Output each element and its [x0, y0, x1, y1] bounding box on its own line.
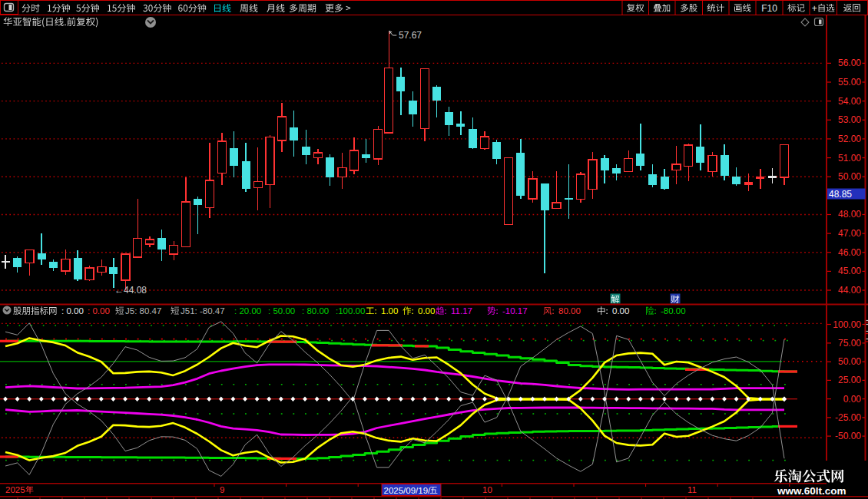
svg-text:11.17: 11.17	[451, 306, 472, 316]
svg-text:www.60lt.com: www.60lt.com	[777, 485, 846, 497]
svg-text:44.00: 44.00	[838, 285, 861, 296]
svg-text:45.00: 45.00	[838, 266, 861, 276]
svg-text:80.00: 80.00	[558, 306, 581, 316]
svg-text:25.00: 25.00	[838, 375, 861, 385]
svg-text:J5: 80.47: J5: 80.47	[125, 306, 161, 316]
svg-text:57.67: 57.67	[399, 30, 422, 41]
svg-text:51.00: 51.00	[838, 153, 861, 164]
svg-text:53.00: 53.00	[838, 114, 861, 125]
svg-text:: 0.00: : 0.00	[61, 306, 84, 316]
svg-text:47.00: 47.00	[838, 228, 861, 239]
svg-text:50.00: 50.00	[838, 171, 861, 182]
svg-text:2025: 2025	[5, 485, 25, 494]
svg-text:+: +	[812, 3, 817, 14]
svg-text:48.00: 48.00	[838, 209, 861, 220]
svg-text:: 80.00: : 80.00	[302, 306, 329, 316]
svg-text:0.00: 0.00	[843, 394, 862, 405]
svg-text:: 20.00: : 20.00	[234, 306, 261, 316]
svg-text:54.00: 54.00	[838, 96, 861, 107]
svg-text:50.00: 50.00	[838, 356, 861, 367]
svg-text:10: 10	[482, 485, 492, 494]
svg-text:11: 11	[687, 485, 697, 494]
svg-text:48.85: 48.85	[829, 189, 852, 200]
svg-text:75.00: 75.00	[838, 338, 861, 349]
svg-text:55.00: 55.00	[838, 77, 861, 88]
svg-text:-10.17: -10.17	[502, 306, 528, 316]
svg-text:0.00: 0.00	[612, 306, 629, 316]
svg-text::100.00: :100.00	[336, 306, 365, 316]
svg-text:: 0.00: : 0.00	[88, 306, 110, 316]
svg-text:-25.00: -25.00	[835, 412, 861, 423]
svg-text:2025/09/19/: 2025/09/19/	[384, 486, 432, 495]
svg-text:56.00: 56.00	[838, 58, 861, 68]
svg-text:0.00: 0.00	[418, 306, 435, 316]
svg-text:J51: -80.47: J51: -80.47	[181, 306, 225, 316]
svg-text:←44.08: ←44.08	[114, 285, 147, 296]
svg-text:: 50.00: : 50.00	[268, 306, 295, 316]
svg-text:-80.00: -80.00	[661, 306, 686, 316]
svg-text:1.00: 1.00	[381, 306, 398, 316]
svg-text:9: 9	[220, 485, 224, 494]
svg-text:100.00: 100.00	[833, 319, 861, 330]
svg-text:F10: F10	[761, 3, 777, 14]
svg-text:52.00: 52.00	[838, 134, 861, 144]
svg-text:-50.00: -50.00	[835, 431, 861, 441]
svg-text:46.00: 46.00	[838, 247, 861, 258]
